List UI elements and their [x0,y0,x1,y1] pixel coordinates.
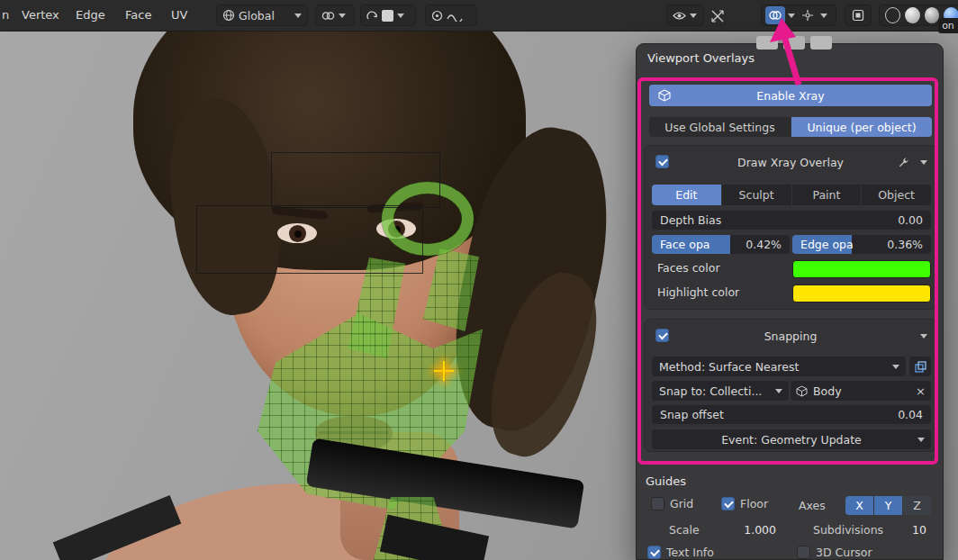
eye-icon [673,11,686,21]
edge-opacity-slider[interactable]: Edge opa 0.36% [792,235,931,254]
menu-fragment: n [2,8,9,22]
snap-settings-button[interactable] [909,357,931,376]
menu-face[interactable]: Face [125,8,151,22]
grid-checkbox-row[interactable]: Grid [651,497,693,510]
menu-uv[interactable]: UV [171,8,187,22]
tab-sculpt[interactable]: Sculpt [722,185,791,205]
falloff-swatch-icon [382,10,393,22]
face-opacity-value: 0.42% [746,238,782,251]
tab-paint[interactable]: Paint [792,185,862,205]
snap-event-dropdown[interactable]: Event: Geometry Update [652,429,931,449]
depth-bias-slider[interactable]: Depth Bias 0.00 [652,211,931,230]
snap-offset-slider[interactable]: Snap offset 0.04 [652,405,931,424]
snapping-header[interactable]: Snapping [645,325,936,347]
floor-checkbox-row[interactable]: Floor [721,497,768,510]
xray-overlay-header[interactable]: Draw Xray Overlay [645,151,936,173]
face-opacity-slider[interactable]: Face opa 0.42% [652,235,790,254]
faces-color-swatch[interactable] [792,260,931,278]
snapping-subpanel: Snapping Method: Surface Nearest Snap to… [644,319,937,452]
use-global-settings-button[interactable]: Use Global Settings [649,117,791,137]
text-info-row[interactable]: Text Info [647,546,714,559]
toolbar-fragment [810,36,832,50]
viewport-overlays-panel: Viewport Overlays Enable Xray Use Global… [636,43,944,560]
snap-to-dropdown[interactable]: Snap to: Collecti... [652,381,789,401]
snap-method-label: Method: Surface Nearest [659,360,799,374]
floor-checkbox[interactable] [721,497,735,510]
enable-xray-button[interactable]: Enable Xray [649,85,932,106]
gizmos-toggle-button[interactable] [798,6,818,24]
scale-value[interactable]: 1.000 [727,523,776,537]
highlight-color-label: Highlight color [657,285,739,299]
gizmos-dropdown-chevron[interactable] [820,14,827,18]
orientation-dropdown[interactable]: Global [216,5,308,26]
object-cube-icon [796,385,808,397]
gizmo-arrows-button[interactable] [709,8,726,28]
crossed-arrows-icon [709,8,726,24]
unique-per-object-label: Unique (per object) [807,121,916,134]
axis-y-button[interactable]: Y [874,496,902,515]
snap-toggle-group[interactable] [315,5,355,26]
chevron-down-icon [294,14,302,18]
floor-label: Floor [740,497,768,510]
highlight-color-swatch[interactable] [792,285,931,303]
snap-point-sparkle-v [443,361,445,381]
snap-method-dropdown[interactable]: Method: Surface Nearest [652,357,906,376]
chevron-down-icon [917,438,925,442]
guides-title: Guides [646,474,686,488]
clear-target-icon[interactable]: × [916,384,926,398]
visibility-group[interactable] [666,5,704,26]
axes-label: Axes [799,499,826,512]
gizmo-icon [801,9,814,22]
panel-title: Viewport Overlays [647,51,755,65]
axes-button-group: X Y Z [845,496,931,515]
use-global-settings-label: Use Global Settings [664,121,774,134]
selection-box-eyes [196,205,423,274]
snap-offset-value: 0.04 [898,408,923,421]
snapping-checkbox[interactable] [655,329,669,342]
grid-label: Grid [670,497,693,510]
orientation-globe-icon [222,9,235,22]
snap-offset-label: Snap offset [660,408,724,421]
edge-opacity-value: 0.36% [887,238,923,251]
cursor-row[interactable]: 3D Cursor [797,546,872,559]
cursor-checkbox[interactable] [797,546,810,559]
curve-arrow-icon [366,10,378,22]
proportional-edit-group[interactable] [425,5,477,26]
overlays-toggle-button[interactable] [765,6,785,24]
text-info-checkbox[interactable] [647,546,661,559]
xray-overlay-checkbox[interactable] [655,155,669,168]
cursor-label: 3D Cursor [816,546,872,559]
axis-z-button[interactable]: Z [903,496,931,515]
falloff-group[interactable] [360,5,416,26]
unique-per-object-button[interactable]: Unique (per object) [791,117,932,137]
axis-x-button[interactable]: X [845,496,873,515]
edge-opacity-label: Edge opa [800,238,854,251]
snap-event-label: Event: Geometry Update [721,433,862,447]
solid-shading-button[interactable] [905,7,920,23]
collapse-chevron-icon[interactable] [920,334,927,339]
menu-vertex[interactable]: Vertex [22,8,59,22]
wrench-icon[interactable] [898,157,909,168]
snapping-title: Snapping [764,330,818,343]
wireframe-shading-button[interactable] [885,7,900,23]
clipped-header-fragment: on [938,18,958,33]
tab-object[interactable]: Object [862,185,931,205]
snap-chain-icon [321,10,335,22]
overlays-dropdown-chevron[interactable] [788,14,795,18]
subdivisions-value[interactable]: 10 [908,523,926,537]
chevron-down-icon [339,14,346,18]
falloff-wave-icon [447,10,463,22]
chevron-down-icon [690,14,697,18]
xray-toggle-button[interactable] [845,5,872,26]
tab-edit[interactable]: Edit [652,185,721,205]
toolbar-fragment [756,36,778,50]
grid-checkbox[interactable] [651,497,664,510]
collapse-chevron-icon[interactable] [920,160,927,165]
menu-edge[interactable]: Edge [76,8,105,22]
selection-box-forehead [271,152,440,208]
enable-xray-label: Enable Xray [756,89,824,103]
xray-icon [852,9,864,22]
snap-target-field[interactable]: Body × [791,381,931,401]
text-info-label: Text Info [666,546,714,559]
material-shading-button[interactable] [925,7,940,23]
